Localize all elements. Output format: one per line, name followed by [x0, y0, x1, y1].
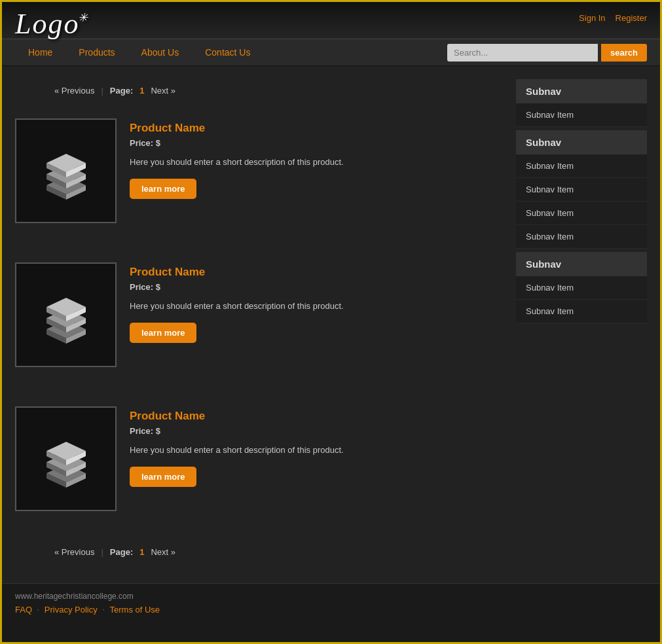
product-info-2: Product Name Price: $ Here you should en…	[130, 262, 503, 343]
nav-about[interactable]: About Us	[128, 39, 193, 65]
product-price-1: Price: $	[130, 138, 503, 148]
pagination-bottom: « Previous | Page: 1 Next »	[15, 541, 503, 570]
pagination-top: « Previous | Page: 1 Next »	[15, 79, 503, 109]
signin-link[interactable]: Sign In	[579, 13, 605, 23]
product-description-2: Here you should enter a short descriptio…	[130, 300, 503, 313]
search-input[interactable]	[447, 44, 598, 62]
subnav-item-2-1[interactable]: Subnav Item	[516, 154, 647, 178]
next-page-top[interactable]: Next »	[151, 86, 175, 96]
subnav-item-3-2[interactable]: Subnav Item	[516, 300, 647, 323]
learn-more-btn-1[interactable]: learn more	[130, 179, 196, 199]
subnav-header-1: Subnav	[516, 79, 647, 103]
product-info-3: Product Name Price: $ Here you should en…	[130, 406, 503, 487]
prev-page-top[interactable]: « Previous	[54, 86, 94, 96]
sidebar: Subnav Subnav Item Subnav Subnav Item Su…	[516, 79, 647, 570]
footer: www.heritagechristiancollege.com FAQ · P…	[2, 583, 660, 621]
footer-privacy[interactable]: Privacy Policy	[45, 605, 98, 615]
product-name-2: Product Name	[130, 266, 503, 279]
nav-products[interactable]: Products	[65, 39, 128, 65]
nav-home[interactable]: Home	[15, 39, 65, 65]
subnav-header-2: Subnav	[516, 130, 647, 154]
page-label-top: Page:	[110, 86, 133, 96]
learn-more-btn-3[interactable]: learn more	[130, 467, 196, 487]
product-name-1: Product Name	[130, 122, 503, 135]
subnav-item-2-2[interactable]: Subnav Item	[516, 178, 647, 202]
product-image-2	[15, 262, 117, 367]
learn-more-btn-2[interactable]: learn more	[130, 323, 196, 343]
product-item-3: Product Name Price: $ Here you should en…	[15, 397, 503, 521]
product-image-1	[15, 118, 117, 223]
footer-url: www.heritagechristiancollege.com	[15, 592, 647, 601]
subnav-item-2-4[interactable]: Subnav Item	[516, 225, 647, 249]
product-price-2: Price: $	[130, 282, 503, 292]
subnav-item-1-1[interactable]: Subnav Item	[516, 103, 647, 127]
product-image-3	[15, 406, 117, 511]
product-item-1: Product Name Price: $ Here you should en…	[15, 109, 503, 233]
subnav-header-3: Subnav	[516, 252, 647, 276]
page-num-top: 1	[139, 86, 144, 96]
product-description-3: Here you should enter a short descriptio…	[130, 444, 503, 457]
footer-terms[interactable]: Terms of Use	[110, 605, 160, 615]
register-link[interactable]: Register	[616, 13, 647, 23]
product-description-1: Here you should enter a short descriptio…	[130, 156, 503, 169]
product-name-3: Product Name	[130, 410, 503, 423]
footer-faq[interactable]: FAQ	[15, 605, 32, 615]
product-price-3: Price: $	[130, 426, 503, 436]
search-button[interactable]: search	[601, 44, 647, 62]
nav-contact[interactable]: Contact Us	[192, 39, 263, 65]
next-page-bottom[interactable]: Next »	[151, 547, 175, 557]
page-label-bottom: Page:	[110, 547, 133, 557]
subnav-item-3-1[interactable]: Subnav Item	[516, 276, 647, 300]
subnav-item-2-3[interactable]: Subnav Item	[516, 202, 647, 225]
page-num-bottom: 1	[139, 547, 144, 557]
product-info-1: Product Name Price: $ Here you should en…	[130, 118, 503, 199]
logo[interactable]: Logo✳	[15, 10, 90, 39]
prev-page-bottom[interactable]: « Previous	[54, 547, 94, 557]
product-item-2: Product Name Price: $ Here you should en…	[15, 253, 503, 377]
